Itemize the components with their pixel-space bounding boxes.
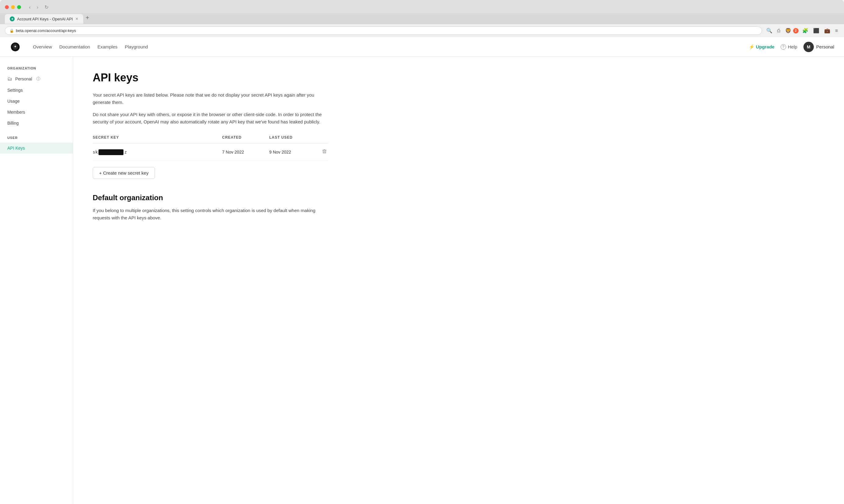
org-section-label: ORGANIZATION: [0, 67, 73, 73]
upgrade-button[interactable]: ⚡ Upgrade: [749, 44, 774, 50]
back-button[interactable]: ‹: [27, 4, 32, 11]
wallet-icon[interactable]: 💼: [823, 26, 831, 35]
fullscreen-dot[interactable]: [17, 5, 21, 9]
address-bar-input[interactable]: 🔒 beta.openai.com/account/api-keys: [5, 26, 762, 35]
svg-text:✦: ✦: [14, 44, 17, 48]
zoom-icon[interactable]: 🔍: [765, 26, 774, 35]
created-cell: 7 Nov 2022: [222, 144, 269, 161]
content-area: API keys Your secret API keys are listed…: [73, 57, 348, 504]
members-label: Members: [7, 110, 25, 114]
nav-links: Overview Documentation Examples Playgrou…: [33, 44, 739, 49]
brave-badge: 2: [793, 28, 798, 34]
brave-icon[interactable]: 🦁: [784, 26, 792, 35]
description-1: Your secret API keys are listed below. P…: [93, 91, 328, 106]
sidebar-item-api-keys[interactable]: API Keys: [0, 143, 73, 154]
nav-overview[interactable]: Overview: [33, 44, 52, 49]
share-icon[interactable]: ⎙: [776, 27, 781, 35]
delete-key-button[interactable]: [321, 148, 328, 156]
reload-button[interactable]: ↻: [43, 4, 50, 11]
key-cell: sk ████████ z: [93, 144, 222, 161]
default-org-description: If you belong to multiple organizations,…: [93, 207, 328, 221]
create-secret-key-button[interactable]: + Create new secret key: [93, 167, 155, 179]
default-org-title: Default organization: [93, 194, 328, 202]
user-menu[interactable]: M Personal: [804, 42, 834, 52]
settings-label: Settings: [7, 88, 23, 93]
key-redacted: ████████: [99, 149, 124, 155]
openai-logo: ✦: [10, 41, 21, 52]
api-keys-table: SECRET KEY CREATED LAST USED sk ████████: [93, 135, 328, 161]
nav-documentation[interactable]: Documentation: [59, 44, 90, 49]
tab-close-button[interactable]: ✕: [75, 17, 78, 21]
help-button[interactable]: ? Help: [780, 44, 797, 50]
browser-nav: ‹ › ↻: [27, 4, 50, 11]
sidebar: ORGANIZATION 🗂 Personal ⓘ Settings Usage…: [0, 57, 73, 504]
sidebar-toggle-icon[interactable]: ⬛: [812, 26, 821, 35]
col-header-lastused: LAST USED: [269, 135, 312, 144]
user-avatar[interactable]: M: [804, 42, 814, 52]
lock-icon: 🔒: [10, 29, 14, 33]
org-name: Personal: [15, 76, 32, 82]
tab-title: Account API Keys - OpenAI API: [17, 17, 73, 21]
col-header-key: SECRET KEY: [93, 135, 222, 144]
sidebar-item-billing[interactable]: Billing: [0, 118, 73, 129]
col-header-created: CREATED: [222, 135, 269, 144]
minimize-dot[interactable]: [11, 5, 15, 9]
browser-tab-bar: ✦ Account API Keys - OpenAI API ✕ +: [0, 13, 844, 24]
forward-button[interactable]: ›: [35, 4, 40, 11]
sidebar-item-members[interactable]: Members: [0, 107, 73, 118]
action-cell: [312, 144, 328, 161]
address-url: beta.openai.com/account/api-keys: [16, 28, 76, 33]
table-row: sk ████████ z 7 Nov 2022 9 Nov 2022: [93, 144, 328, 161]
menu-icon[interactable]: ≡: [834, 27, 839, 35]
billing-label: Billing: [7, 121, 19, 126]
key-suffix: z: [124, 150, 126, 155]
key-prefix: sk: [93, 150, 98, 155]
sidebar-item-settings[interactable]: Settings: [0, 85, 73, 96]
briefcase-icon: 🗂: [7, 76, 12, 82]
user-section-label: USER: [0, 136, 73, 143]
browser-dots: [5, 5, 21, 9]
top-nav: ✦ Overview Documentation Examples Playgr…: [0, 37, 844, 57]
extensions-icon[interactable]: 🧩: [801, 26, 810, 35]
browser-titlebar: ‹ › ↻: [0, 0, 844, 13]
nav-right: ⚡ Upgrade ? Help M Personal: [749, 42, 834, 52]
sidebar-item-usage[interactable]: Usage: [0, 96, 73, 107]
app-window: ✦ Overview Documentation Examples Playgr…: [0, 37, 844, 504]
trash-icon: [322, 149, 327, 154]
browser-address-bar: 🔒 beta.openai.com/account/api-keys 🔍 ⎙ 🦁…: [0, 24, 844, 37]
upgrade-label: Upgrade: [756, 44, 774, 49]
tab-favicon: ✦: [10, 16, 15, 21]
usage-label: Usage: [7, 99, 19, 104]
new-tab-button[interactable]: +: [83, 13, 92, 22]
browser-tab[interactable]: ✦ Account API Keys - OpenAI API ✕: [5, 14, 83, 24]
user-label[interactable]: Personal: [816, 44, 834, 49]
col-header-action: [312, 135, 328, 144]
key-value: sk ████████ z: [93, 149, 222, 155]
page-title: API keys: [93, 71, 328, 84]
nav-playground[interactable]: Playground: [125, 44, 148, 49]
info-icon: ⓘ: [36, 76, 40, 82]
nav-examples[interactable]: Examples: [97, 44, 117, 49]
upgrade-icon: ⚡: [749, 44, 755, 50]
description-2: Do not share your API key with others, o…: [93, 111, 328, 126]
sidebar-item-personal[interactable]: 🗂 Personal ⓘ: [0, 73, 73, 85]
help-icon: ?: [780, 44, 786, 50]
main-layout: ORGANIZATION 🗂 Personal ⓘ Settings Usage…: [0, 57, 844, 504]
browser-toolbar-icons: 🔍 ⎙ 🦁 2 🧩 ⬛ 💼 ≡: [765, 26, 839, 35]
api-keys-label: API Keys: [7, 146, 25, 150]
lastused-cell: 9 Nov 2022: [269, 144, 312, 161]
close-dot[interactable]: [5, 5, 9, 9]
help-label: Help: [788, 44, 797, 49]
